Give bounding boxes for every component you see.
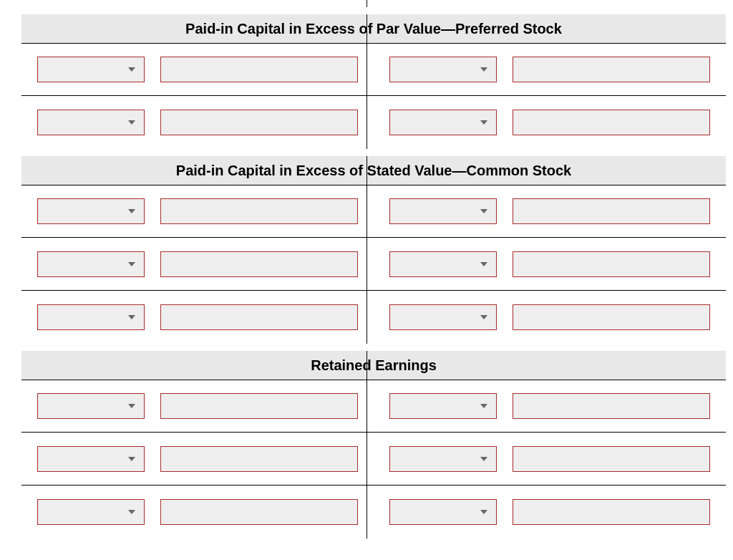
date-dropdown[interactable] — [389, 304, 497, 330]
date-dropdown[interactable] — [37, 251, 145, 277]
section-title: Paid-in Capital in Excess of Par Value—P… — [185, 21, 562, 37]
date-dropdown[interactable] — [37, 110, 145, 135]
section-header-preferred: Paid-in Capital in Excess of Par Value—P… — [21, 14, 726, 43]
amount-input[interactable] — [513, 110, 710, 135]
date-dropdown[interactable] — [37, 304, 145, 330]
amount-input[interactable] — [160, 446, 358, 472]
debit-cell — [21, 393, 374, 419]
date-dropdown[interactable] — [37, 393, 145, 419]
credit-cell — [374, 304, 726, 330]
debit-cell — [21, 446, 374, 472]
credit-cell — [374, 393, 726, 419]
section-title: Paid-in Capital in Excess of Stated Valu… — [176, 163, 571, 179]
amount-input[interactable] — [160, 499, 358, 525]
entry-row — [21, 96, 726, 149]
amount-input[interactable] — [513, 57, 710, 82]
date-dropdown[interactable] — [37, 57, 145, 82]
date-dropdown[interactable] — [389, 251, 497, 277]
credit-cell — [374, 57, 726, 82]
debit-cell — [21, 251, 374, 277]
section-body-preferred — [21, 43, 726, 149]
section-body-common — [21, 185, 726, 344]
debit-cell — [21, 304, 374, 330]
debit-cell — [21, 198, 374, 224]
debit-cell — [21, 110, 374, 135]
date-dropdown[interactable] — [389, 446, 497, 472]
date-dropdown[interactable] — [37, 446, 145, 472]
debit-cell — [21, 499, 374, 525]
credit-cell — [374, 251, 726, 277]
section-body-retained — [21, 380, 726, 539]
entry-row — [21, 43, 726, 96]
entry-row — [21, 238, 726, 291]
amount-input[interactable] — [160, 57, 358, 82]
amount-input[interactable] — [513, 499, 710, 525]
section-header-retained: Retained Earnings — [21, 351, 726, 380]
credit-cell — [374, 110, 726, 135]
amount-input[interactable] — [160, 251, 358, 277]
amount-input[interactable] — [513, 251, 710, 277]
credit-cell — [374, 198, 726, 224]
amount-input[interactable] — [160, 110, 358, 135]
worksheet: Paid-in Capital in Excess of Par Value—P… — [0, 0, 733, 560]
amount-input[interactable] — [160, 304, 358, 330]
entry-row — [21, 486, 726, 539]
amount-input[interactable] — [160, 198, 358, 224]
credit-cell — [374, 499, 726, 525]
date-dropdown[interactable] — [389, 393, 497, 419]
date-dropdown[interactable] — [389, 110, 497, 135]
amount-input[interactable] — [513, 198, 710, 224]
section-header-common: Paid-in Capital in Excess of Stated Valu… — [21, 156, 726, 185]
entry-row — [21, 185, 726, 238]
date-dropdown[interactable] — [389, 499, 497, 525]
section-title: Retained Earnings — [311, 357, 437, 374]
amount-input[interactable] — [513, 393, 710, 419]
amount-input[interactable] — [160, 393, 358, 419]
entry-row — [21, 380, 726, 433]
date-dropdown[interactable] — [37, 198, 145, 224]
credit-cell — [374, 446, 726, 472]
date-dropdown[interactable] — [389, 57, 497, 82]
divider-stub — [21, 0, 726, 7]
amount-input[interactable] — [513, 446, 710, 472]
date-dropdown[interactable] — [37, 499, 145, 525]
amount-input[interactable] — [513, 304, 710, 330]
debit-cell — [21, 57, 374, 82]
date-dropdown[interactable] — [389, 198, 497, 224]
entry-row — [21, 433, 726, 486]
entry-row — [21, 291, 726, 344]
